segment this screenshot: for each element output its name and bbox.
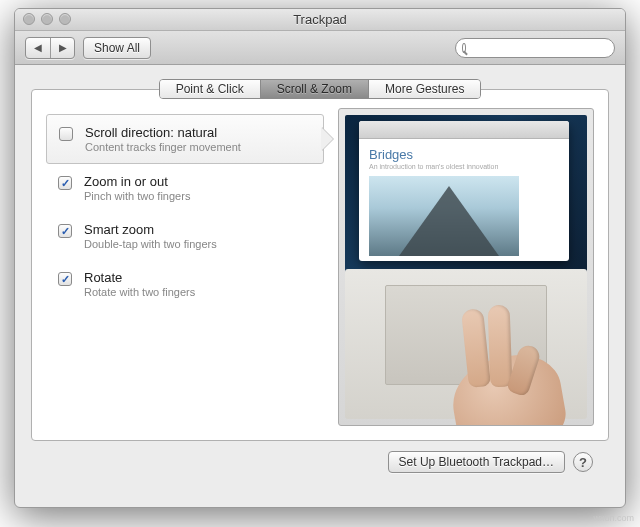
titlebar: Trackpad xyxy=(15,9,625,31)
option-scroll-direction[interactable]: Scroll direction: natural Content tracks… xyxy=(46,114,324,164)
tab-bar: Point & Click Scroll & Zoom More Gesture… xyxy=(31,79,609,99)
checkbox-zoom[interactable] xyxy=(58,176,72,190)
preview-image xyxy=(369,176,519,256)
search-input[interactable] xyxy=(470,42,608,54)
checkbox-smart-zoom[interactable] xyxy=(58,224,72,238)
option-desc: Double-tap with two fingers xyxy=(84,238,217,250)
option-desc: Rotate with two fingers xyxy=(84,286,195,298)
watermark: wxun.com xyxy=(593,513,634,523)
option-title: Smart zoom xyxy=(84,222,217,237)
help-button[interactable]: ? xyxy=(573,452,593,472)
tab-point-and-click[interactable]: Point & Click xyxy=(160,80,260,98)
settings-panel: Scroll direction: natural Content tracks… xyxy=(31,89,609,441)
content-area: Point & Click Scroll & Zoom More Gesture… xyxy=(15,65,625,485)
option-title: Zoom in or out xyxy=(84,174,190,189)
options-list: Scroll direction: natural Content tracks… xyxy=(46,108,324,426)
window-controls xyxy=(23,13,71,25)
tab-scroll-and-zoom[interactable]: Scroll & Zoom xyxy=(260,80,368,98)
setup-bluetooth-button[interactable]: Set Up Bluetooth Trackpad… xyxy=(388,451,565,473)
preview-page-subtitle: An introduction to man's oldest innovati… xyxy=(369,163,559,170)
minimize-icon[interactable] xyxy=(41,13,53,25)
checkbox-rotate[interactable] xyxy=(58,272,72,286)
option-title: Rotate xyxy=(84,270,195,285)
tab-more-gestures[interactable]: More Gestures xyxy=(368,80,480,98)
footer: Set Up Bluetooth Trackpad… ? xyxy=(31,441,609,473)
preview-browser: Bridges An introduction to man's oldest … xyxy=(359,121,569,261)
zoom-icon[interactable] xyxy=(59,13,71,25)
preview-page-title: Bridges xyxy=(369,147,559,162)
hand-icon xyxy=(423,307,563,426)
nav-buttons: ◀ ▶ xyxy=(25,37,75,59)
option-desc: Pinch with two fingers xyxy=(84,190,190,202)
back-button[interactable]: ◀ xyxy=(26,38,50,58)
checkbox-scroll-direction[interactable] xyxy=(59,127,73,141)
preview-trackpad xyxy=(345,269,587,419)
search-field[interactable] xyxy=(455,38,615,58)
option-rotate[interactable]: Rotate Rotate with two fingers xyxy=(46,260,324,308)
forward-button[interactable]: ▶ xyxy=(50,38,74,58)
toolbar: ◀ ▶ Show All xyxy=(15,31,625,65)
window: Trackpad ◀ ▶ Show All Point & Click Scro… xyxy=(14,8,626,508)
window-title: Trackpad xyxy=(293,12,347,27)
close-icon[interactable] xyxy=(23,13,35,25)
option-smart-zoom[interactable]: Smart zoom Double-tap with two fingers xyxy=(46,212,324,260)
option-zoom[interactable]: Zoom in or out Pinch with two fingers xyxy=(46,164,324,212)
option-title: Scroll direction: natural xyxy=(85,125,241,140)
show-all-button[interactable]: Show All xyxy=(83,37,151,59)
preview-screen: Bridges An introduction to man's oldest … xyxy=(345,115,587,287)
gesture-preview: Bridges An introduction to man's oldest … xyxy=(338,108,594,426)
option-desc: Content tracks finger movement xyxy=(85,141,241,153)
search-icon xyxy=(462,43,466,53)
